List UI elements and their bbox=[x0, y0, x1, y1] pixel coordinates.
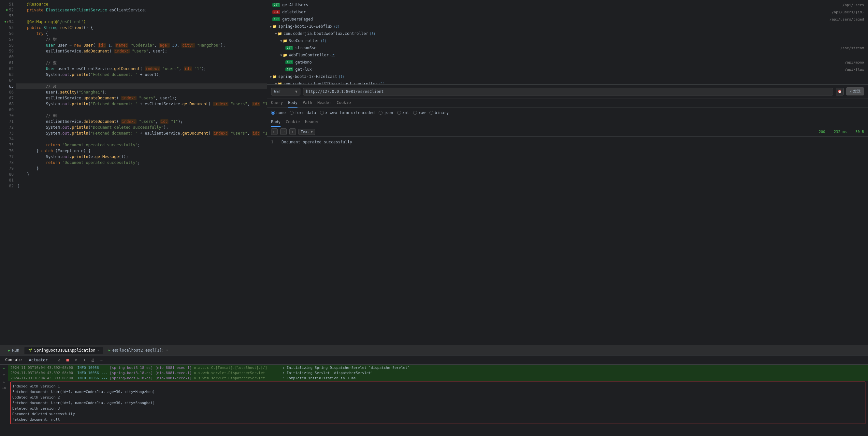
line-num-54: ●⊙54 bbox=[0, 19, 14, 25]
response-tab-header[interactable]: Header bbox=[305, 118, 319, 127]
tree-item-webflux-folder[interactable]: ▼ 📁 spring-boot3-16-webflux (3) bbox=[267, 23, 868, 30]
chevron-icon-webflux: ▼ bbox=[270, 25, 272, 28]
bottom-tab-run[interactable]: ▶ Run bbox=[4, 347, 23, 354]
code-line-72: System.out.println("Document deleted suc… bbox=[16, 124, 267, 130]
tab-header[interactable]: Header bbox=[317, 98, 331, 107]
log-line-1: 2024-11-03T16:04:43.392+08:00 INFO 10056… bbox=[8, 365, 868, 371]
console-tab-actuator[interactable]: Actuator bbox=[26, 357, 51, 363]
tree-item-stream-sse[interactable]: GET streamSse /sse/stream bbox=[267, 44, 868, 52]
tab-body[interactable]: Body bbox=[288, 98, 298, 107]
copy-icon[interactable]: ⎘ bbox=[271, 128, 278, 135]
app-tab-close[interactable]: ✕ bbox=[97, 348, 99, 352]
line-num-81: 81 bbox=[0, 177, 14, 183]
line-num-70: 70 bbox=[0, 113, 14, 119]
arrow-up-icon[interactable]: ↑ bbox=[3, 373, 5, 377]
method-select[interactable]: GET ▼ bbox=[271, 88, 301, 95]
line-num-52: ●52 bbox=[0, 7, 14, 13]
log-class-1: o.a.c.c.C.[Tomcat].[localhost].[/] bbox=[194, 365, 282, 371]
radio-dot-none bbox=[271, 111, 275, 115]
code-line-77: System.out.println(e.getMessage()); bbox=[16, 154, 267, 160]
main-area: 51 ●52 53 ●⊙54 55 56 57 58 59 60 61 62 6… bbox=[0, 0, 868, 345]
tree-item-get-mono[interactable]: GET getMono /api/mono bbox=[267, 59, 868, 66]
bottom-tabs-bar: ▶ Run 🌱 SpringBoot318EsApplication ✕ ▶ e… bbox=[0, 345, 868, 355]
code-line-81 bbox=[16, 177, 267, 183]
log-line-2: 2024-11-03T16:04:43.392+08:00 INFO 10056… bbox=[8, 371, 868, 376]
folder-badge-webflux-ctrl: (3) bbox=[370, 32, 375, 35]
response-tab-cookie[interactable]: Cookie bbox=[286, 118, 300, 127]
line-num-78: 78 bbox=[0, 160, 14, 165]
restart-icon[interactable]: ↺ bbox=[56, 357, 62, 363]
line-num-76: 76 bbox=[0, 148, 14, 154]
code-lines: @Resource private ElasticsearchClientSer… bbox=[16, 0, 267, 345]
bottom-tab-esql[interactable]: ▶ es@localhost2.esql[1]: ✕ bbox=[104, 347, 172, 354]
tree-item-webflux-controller-folder[interactable]: ▼ 📁 com.coderjia.boot3webflux.controller… bbox=[267, 30, 868, 37]
response-tabs: Body Cookie Header bbox=[267, 118, 868, 127]
run-icon: ▶ bbox=[8, 348, 10, 352]
line-num-72: 72 bbox=[0, 124, 14, 130]
url-input[interactable] bbox=[303, 88, 833, 95]
download-icon[interactable]: ⬇ bbox=[289, 128, 296, 135]
code-line-67: esClientService.updateDocument( index: "… bbox=[16, 95, 267, 101]
folder-name-hazelcast-ctrl: com.coderjia.boot317hazelcast.controller bbox=[283, 82, 378, 85]
body-type-radio-group: none form-data x-www-form-urlencoded jso… bbox=[267, 108, 868, 118]
folder-badge-hazelcast-ctrl: (1) bbox=[379, 82, 385, 85]
line-num-59: 59 bbox=[0, 48, 14, 54]
radio-form-data[interactable]: form-data bbox=[290, 111, 316, 115]
line-num-67: 67 bbox=[0, 95, 14, 101]
radio-binary[interactable]: binary bbox=[429, 111, 449, 115]
radio-json[interactable]: json bbox=[379, 111, 393, 115]
scroll-icon[interactable]: ⬇ bbox=[81, 357, 88, 363]
tree-item-hazelcast-folder[interactable]: ▼ 📁 spring-boot3-17-Hazelcast (1) bbox=[267, 73, 868, 80]
code-line-78: return "Document operated successfully"; bbox=[16, 160, 267, 165]
tree-item-get-flux[interactable]: GET getFlux /api/flux bbox=[267, 66, 868, 73]
format-select[interactable]: Text ▼ bbox=[299, 129, 315, 135]
wrap-icon[interactable]: ↩ bbox=[280, 128, 287, 135]
console-log-area: 2024-11-03T16:04:43.392+08:00 INFO 10056… bbox=[8, 365, 868, 436]
arrow-down-icon[interactable]: ↓ bbox=[3, 380, 5, 384]
line-num-75: 75 bbox=[0, 142, 14, 148]
log-level-1: INFO 10056 --- bbox=[73, 365, 110, 371]
stop-icon[interactable]: ■ bbox=[64, 357, 71, 363]
radio-label-urlencoded: x-www-form-urlencoded bbox=[325, 111, 375, 115]
esql-tab-close[interactable]: ✕ bbox=[166, 348, 168, 352]
tree-item-get-all-users[interactable]: GET getAllUsers /api/users bbox=[267, 1, 868, 8]
response-tab-body[interactable]: Body bbox=[271, 118, 281, 127]
actuator-tab-label: Actuator bbox=[29, 358, 48, 362]
tree-item-delete-user[interactable]: DEL deleteUser /api/users/{id} bbox=[267, 8, 868, 15]
tree-item-hazelcast-ctrl[interactable]: ▼ 📁 com.coderjia.boot317hazelcast.contro… bbox=[267, 80, 868, 85]
http-request-tabs: Query Body Path Header Cookie bbox=[267, 98, 868, 108]
print-icon[interactable]: 🖨 bbox=[90, 357, 96, 363]
radio-xml[interactable]: xml bbox=[397, 111, 409, 115]
folder-icon-webflux-ctrl: 📁 bbox=[278, 32, 282, 36]
method-badge-get: GET bbox=[272, 3, 280, 7]
response-body-line: 1 Document operated successfully bbox=[271, 139, 864, 145]
tree-item-sse-folder[interactable]: ▼ 📁 SseController (1) bbox=[267, 37, 868, 44]
api-path-get-mono: /api/mono bbox=[844, 60, 868, 64]
tab-path[interactable]: Path bbox=[303, 98, 312, 107]
status-code: 200 bbox=[819, 130, 825, 134]
send-button[interactable]: ⚡ 发送 bbox=[846, 87, 864, 95]
level-icon[interactable]: ↕8 bbox=[2, 386, 6, 390]
code-line-64 bbox=[16, 77, 267, 84]
console-tab-console[interactable]: Console bbox=[3, 357, 25, 363]
radio-urlencoded[interactable]: x-www-form-urlencoded bbox=[320, 111, 375, 115]
response-size: 30 B bbox=[856, 130, 864, 134]
method-badge-mono: GET bbox=[285, 60, 293, 64]
filter-icon[interactable]: ✏ bbox=[3, 366, 5, 370]
line-num-77: 77 bbox=[0, 154, 14, 160]
tree-item-get-users-paged[interactable]: GET getUsersPaged /api/users/paged bbox=[267, 15, 868, 23]
bottom-tab-app[interactable]: 🌱 SpringBoot318EsApplication ✕ bbox=[25, 347, 103, 354]
method-badge-flux: GET bbox=[285, 67, 293, 71]
code-line-76: } catch (Exception e) { bbox=[16, 148, 267, 154]
more-icon[interactable]: ⋯ bbox=[98, 357, 104, 363]
tab-query[interactable]: Query bbox=[271, 98, 283, 107]
response-time: 232 ms bbox=[834, 130, 847, 134]
clock-icon[interactable]: ⏰ bbox=[836, 88, 843, 95]
line-num-82: 82 bbox=[0, 183, 14, 189]
radio-raw[interactable]: raw bbox=[413, 111, 426, 115]
clear-icon[interactable]: ⊘ bbox=[73, 357, 79, 363]
radio-none[interactable]: none bbox=[271, 111, 286, 115]
tab-cookie[interactable]: Cookie bbox=[337, 98, 350, 107]
log-msg-2: : Initializing Servlet 'dispatcherServle… bbox=[282, 371, 373, 376]
tree-item-webflux-ctrl-folder2[interactable]: ▼ 📁 WebFluxController (2) bbox=[267, 52, 868, 59]
